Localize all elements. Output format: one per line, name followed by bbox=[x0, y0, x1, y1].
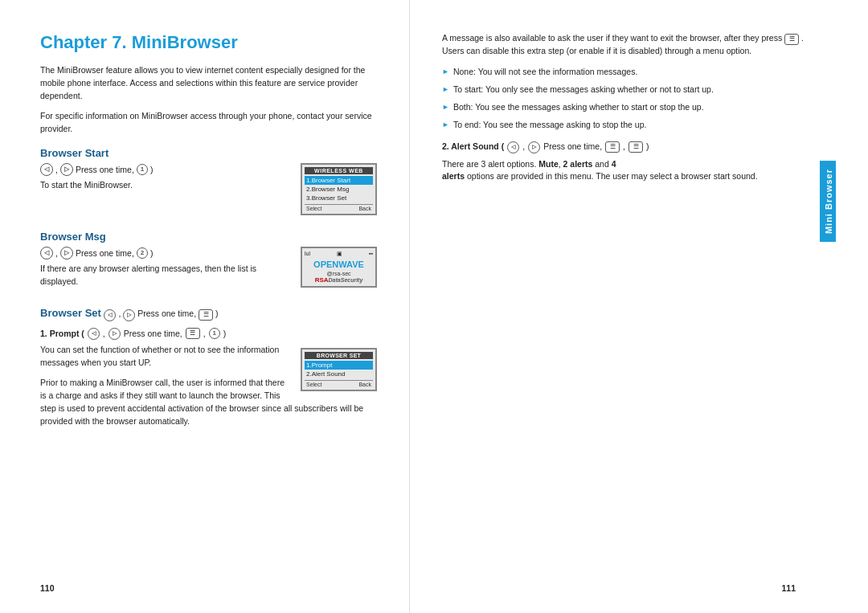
chapter-title: Chapter 7. MiniBrowser bbox=[40, 32, 377, 53]
right-nav-icon: ▷ bbox=[60, 163, 73, 176]
browser-msg-section: Browser Msg lul ▣ ▪▪ OPENWAVE @rsa-sec R… bbox=[40, 231, 377, 296]
select-btn-3: Select bbox=[305, 382, 323, 387]
screen-buttons: Select Back bbox=[305, 204, 373, 211]
alert-sound-number: 2. Alert Sound ( bbox=[442, 141, 504, 151]
page-container: Chapter 7. MiniBrowser The MiniBrowser f… bbox=[0, 0, 868, 613]
openwave-logo: OPENWAVE bbox=[305, 258, 373, 271]
right-icon-p: ▷ bbox=[108, 328, 121, 340]
intro-paragraph-2: For specific information on MiniBrowser … bbox=[40, 110, 377, 136]
2alerts-bold: 2 alerts bbox=[563, 159, 593, 169]
prompt-number: 1. Prompt ( bbox=[40, 328, 84, 340]
bullet-arrow-1: ► bbox=[442, 67, 449, 77]
menu-icon-bs: ☰ bbox=[199, 309, 213, 321]
browser-set-section: Browser Set ◁ , ▷ Press one time, ☰ ) 1.… bbox=[40, 307, 377, 435]
browser-set-title: BROWSER SET bbox=[305, 352, 373, 359]
right-icon-as: ▷ bbox=[528, 141, 540, 153]
bullet-item-2: ► To start: You only see the messages as… bbox=[442, 84, 804, 96]
screen-item-2: 2.Browser Msg bbox=[305, 185, 373, 194]
browser-start-screen: WIRELESS WEB 1.Browser Start 2.Browser M… bbox=[301, 163, 377, 215]
browser-msg-screen: lul ▣ ▪▪ OPENWAVE @rsa-sec RSADataSecuri… bbox=[301, 247, 377, 288]
openwave-sub: @rsa-sec bbox=[305, 271, 373, 276]
alert-sound-item-line: 2. Alert Sound ( ◁ , ▷ Press one time, ☰… bbox=[442, 141, 804, 153]
bullet-list: ► None: You will not see the information… bbox=[442, 66, 804, 132]
alert-sound-item: 2.Alert Sound bbox=[305, 370, 373, 378]
side-tab: Mini Browser bbox=[820, 161, 836, 242]
right-nav-icon-2: ▷ bbox=[60, 247, 73, 260]
left-nav-icon: ◁ bbox=[40, 163, 53, 176]
browser-msg-instruction: ◁ , ▷ Press one time, 2 ) bbox=[40, 247, 293, 260]
left-page: Chapter 7. MiniBrowser The MiniBrowser f… bbox=[0, 0, 410, 613]
prompt-subsection: 1. Prompt ( ◁ , ▷ Press one time, ☰ , 1 … bbox=[40, 328, 377, 428]
left-icon-as: ◁ bbox=[507, 141, 519, 153]
screen-title: WIRELESS WEB bbox=[305, 167, 373, 174]
mute-bold: Mute bbox=[538, 159, 559, 169]
left-icon-bs: ◁ bbox=[104, 309, 116, 321]
num-1-icon: 1 bbox=[137, 164, 148, 175]
4-bold: 4 bbox=[612, 159, 616, 169]
back-btn: Back bbox=[357, 206, 373, 211]
alerts-bold: alerts bbox=[442, 171, 465, 181]
browser-set-screen: BROWSER SET 1.Prompt 2.Alert Sound Selec… bbox=[301, 348, 377, 391]
menu-icon-p: ☰ bbox=[186, 328, 200, 339]
num1-icon-p: 1 bbox=[209, 328, 220, 339]
alert-sound-body: There are 3 alert options. Mute, 2 alert… bbox=[442, 158, 804, 184]
menu-icon-as: ☰ bbox=[605, 141, 620, 153]
right-page: Mini Browser A message is also available… bbox=[410, 0, 836, 613]
status-bar: lul ▣ ▪▪ bbox=[305, 251, 373, 257]
bullet-arrow-4: ► bbox=[442, 120, 449, 130]
left-icon-p: ◁ bbox=[88, 328, 100, 340]
browser-start-heading: Browser Start bbox=[40, 147, 377, 159]
bullet-item-1: ► None: You will not see the information… bbox=[442, 66, 804, 78]
browser-start-instruction: ◁ , ▷ Press one time, 1 ) bbox=[40, 163, 293, 176]
num-2-icon: 2 bbox=[137, 247, 148, 259]
rsa-security: RSADataSecurity bbox=[305, 276, 373, 284]
page-number-left: 110 bbox=[40, 583, 55, 593]
bullet-item-3: ► Both: You see the messages asking whet… bbox=[442, 101, 804, 113]
left-nav-icon-2: ◁ bbox=[40, 247, 53, 260]
menu-icon-as2: ☰ bbox=[628, 141, 643, 153]
bullet-item-4: ► To end: You see the message asking to … bbox=[442, 119, 804, 131]
screen-item-1: 1.Browser Start bbox=[305, 176, 373, 185]
bullet-arrow-2: ► bbox=[442, 84, 449, 95]
screen-buttons-3: Select Back bbox=[305, 380, 373, 387]
alert-sound-section: 2. Alert Sound ( ◁ , ▷ Press one time, ☰… bbox=[442, 141, 804, 184]
right-icon-bs: ▷ bbox=[123, 309, 135, 321]
right-intro: A message is also available to ask the u… bbox=[442, 32, 804, 58]
bullet-arrow-3: ► bbox=[442, 102, 449, 112]
select-btn: Select bbox=[305, 206, 323, 211]
back-btn-3: Back bbox=[357, 382, 373, 387]
screen-item-3: 3.Browser Set bbox=[305, 194, 373, 202]
prompt-item: 1.Prompt bbox=[305, 361, 373, 370]
page-number-right: 111 bbox=[781, 583, 796, 593]
browser-start-section: Browser Start WIRELESS WEB 1.Browser Sta… bbox=[40, 147, 377, 219]
browser-msg-heading: Browser Msg bbox=[40, 231, 377, 243]
browser-set-heading: Browser Set ◁ , ▷ Press one time, ☰ ) bbox=[40, 307, 377, 321]
intro-paragraph-1: The MiniBrowser feature allows you to vi… bbox=[40, 64, 377, 102]
prompt-heading-line: 1. Prompt ( ◁ , ▷ Press one time, ☰ , 1 … bbox=[40, 328, 377, 340]
